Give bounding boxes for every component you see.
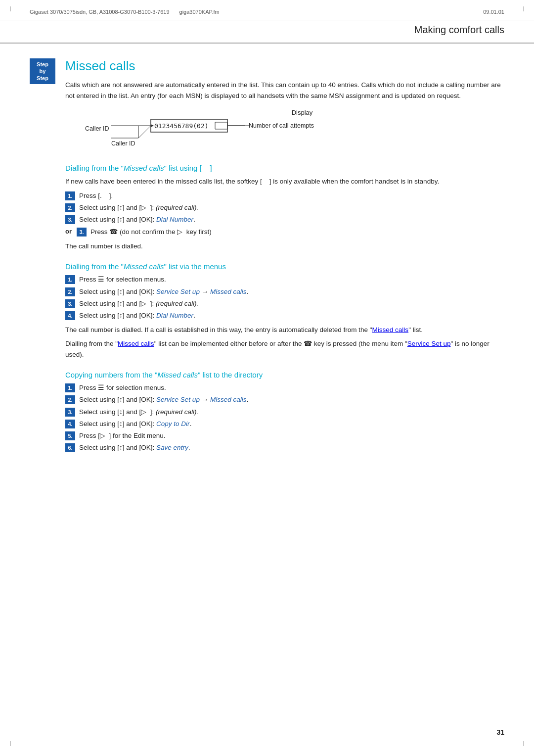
svg-line-13 — [138, 126, 151, 138]
or-step-item: or 3. Press ☎ (do not confirm the ▷ key … — [65, 227, 504, 237]
header-left: Gigaset 3070/3075isdn, GB, A31008-G3070-… — [30, 9, 220, 15]
missed-calls-link2[interactable]: Missed calls — [372, 326, 409, 333]
step-text: Press ☰ for selection menus. — [79, 383, 166, 393]
step-number: 1. — [65, 275, 75, 284]
step-item: 1. Press ☰ for selection menus. — [65, 275, 504, 284]
missed-calls-link4[interactable]: Missed calls — [210, 396, 247, 403]
step-item: 4. Select using [↕] and [OK]: Copy to Di… — [65, 419, 504, 429]
step-text: Select using [↕] and [OK]: Service Set u… — [79, 395, 248, 405]
step-text: Press ☰ for selection menus. — [79, 275, 166, 284]
step-item: 1. Press [. ]. — [65, 191, 504, 201]
step-number: 5. — [65, 431, 75, 440]
subsection-dialling-menus-title: Dialling from the "Missed calls" list vi… — [65, 262, 504, 271]
section-title: Missed calls — [65, 58, 504, 74]
step-number: 2. — [65, 395, 75, 404]
steps-list-copying: 1. Press ☰ for selection menus. 2. Selec… — [65, 383, 504, 453]
header-date: 09.01.01 — [483, 9, 504, 15]
step-text: Select using [↕] and [OK]: Service Set u… — [79, 287, 248, 297]
note-dialled-deleted: The call number is dialled. If a call is… — [65, 325, 504, 335]
header: Gigaset 3070/3075isdn, GB, A31008-G3070-… — [0, 0, 534, 20]
svg-text:Caller ID: Caller ID — [111, 140, 135, 147]
step-number: 4. — [65, 420, 75, 428]
subsection-dialling-softkey-title: Dialling from the "Missed calls" list us… — [65, 164, 504, 172]
corner-mark-bl: | — [10, 741, 11, 746]
corner-mark-tl: | — [10, 6, 11, 11]
step-item: 5. Press [▷ ] for the Edit menu. — [65, 431, 504, 441]
note-call-dialled: The call number is dialled. — [65, 241, 504, 252]
steps-list-softkey: 1. Press [. ]. 2. Select using [↕] and [… — [65, 191, 504, 237]
step-number: 1. — [65, 383, 75, 392]
step-number: 3. — [77, 228, 87, 236]
service-setup-link1[interactable]: Service Set up — [156, 288, 200, 295]
step-text: Select using [↕] and [▷ ]: (required cal… — [79, 299, 198, 309]
step-text: Select using [↕] and [OK]: Save entry. — [79, 443, 190, 453]
main-content: Step by Step Missed calls Calls which ar… — [0, 44, 534, 477]
step-text: Press [. ]. — [79, 191, 113, 201]
step-text: Select using [↕] and [▷ ]: (required cal… — [79, 407, 198, 417]
step-text: Press ☎ (do not confirm the ▷ key first) — [90, 227, 212, 237]
display-label: Display — [100, 109, 504, 116]
corner-mark-tr: | — [523, 6, 524, 11]
header-doc-info: Gigaset 3070/3075isdn, GB, A31008-G3070-… — [30, 9, 170, 15]
svg-text:Number of call attempts: Number of call attempts — [249, 122, 314, 129]
page-number: 31 — [496, 728, 504, 736]
dial-number-link[interactable]: Dial Number — [156, 216, 193, 223]
service-setup-link3[interactable]: Service Set up — [156, 396, 200, 403]
step-number: 2. — [65, 203, 75, 212]
step-item: 3. Select using [↕] and [OK]: Dial Numbe… — [65, 215, 504, 225]
step-number: 4. — [65, 311, 75, 320]
step-text: Select using [↕] and [OK]: Dial Number. — [79, 311, 195, 321]
step-item: 6. Select using [↕] and [OK]: Save entry… — [65, 443, 504, 453]
step-text: Press [▷ ] for the Edit menu. — [79, 431, 166, 441]
corner-mark-br: | — [523, 741, 524, 746]
subsection-copying-title: Copying numbers from the "Missed calls" … — [65, 371, 504, 379]
intro-text: Calls which are not answered are automat… — [65, 80, 504, 101]
step-number: 3. — [65, 408, 75, 417]
save-entry-link[interactable]: Save entry — [156, 444, 188, 451]
caller-id-label: Caller ID — [85, 125, 109, 132]
step-text: Select using [↕] and [OK]: Dial Number. — [79, 215, 195, 225]
step-item: 2. Select using [↕] and [▷ ]: (required … — [65, 203, 504, 213]
content-column: Missed calls Calls which are not answere… — [65, 58, 504, 457]
step-number: 3. — [65, 299, 75, 308]
missed-calls-link1[interactable]: Missed calls — [210, 288, 247, 295]
step-item: 1. Press ☰ for selection menus. — [65, 383, 504, 393]
step-item: 3. Select using [↕] and [▷ ]: (required … — [65, 407, 504, 417]
step-item: 2. Select using [↕] and [OK]: Service Se… — [65, 395, 504, 405]
step-number: 2. — [65, 287, 75, 296]
step-text: Select using [↕] and [OK]: Copy to Dir. — [79, 419, 191, 429]
service-setup-link2[interactable]: Service Set up — [407, 340, 451, 347]
or-label: or — [65, 228, 72, 235]
header-filename: giga3070KAP.fm — [179, 9, 220, 15]
step-item: 3. Select using [↕] and [▷ ]: (required … — [65, 299, 504, 309]
steps-list-menus: 1. Press ☰ for selection menus. 2. Selec… — [65, 275, 504, 321]
note-before-after: Dialling from the "Missed calls" list ca… — [65, 338, 504, 360]
step-text: Select using [↕] and [▷ ]: (required cal… — [79, 203, 198, 213]
copy-to-dir-link[interactable]: Copy to Dir — [156, 420, 190, 427]
display-diagram: Display Caller ID 0123456789(02) — [85, 109, 504, 153]
missed-calls-link3[interactable]: Missed calls — [118, 340, 154, 347]
step-by-step-badge: Step by Step — [30, 58, 55, 84]
step-number: 1. — [65, 191, 75, 200]
subsection-dialling-softkey-intro: If new calls have been entered in the mi… — [65, 176, 504, 187]
dial-number-link2[interactable]: Dial Number — [156, 312, 193, 319]
display-diagram-svg: 0123456789(02) — [111, 118, 319, 153]
svg-text:0123456789(02): 0123456789(02) — [154, 122, 209, 130]
step-item: 4. Select using [↕] and [OK]: Dial Numbe… — [65, 311, 504, 321]
step-item: 2. Select using [↕] and [OK]: Service Se… — [65, 287, 504, 297]
page-title: Making comfort calls — [0, 20, 534, 44]
step-number: 6. — [65, 443, 75, 452]
step-number: 3. — [65, 215, 75, 224]
